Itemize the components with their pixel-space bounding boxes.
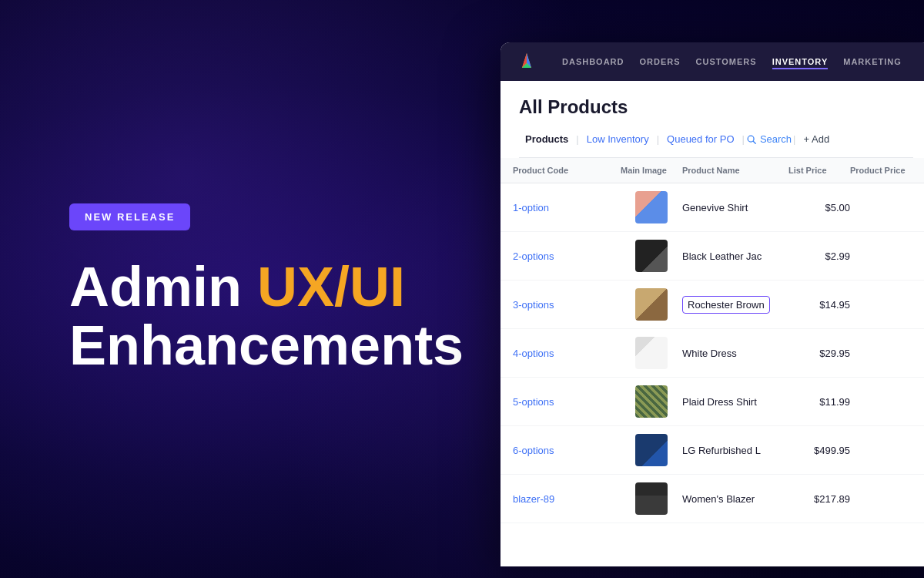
product-image xyxy=(635,288,668,321)
col-main-image: Main Image xyxy=(621,166,682,175)
product-image-cell xyxy=(621,482,682,515)
left-panel: NEW RELEASE Admin UX/UI Enhancements xyxy=(38,0,485,578)
product-image xyxy=(635,482,668,515)
col-list-price: List Price xyxy=(788,166,850,175)
product-code-link[interactable]: 5-options xyxy=(513,396,621,408)
nav-marketing[interactable]: MARKETING xyxy=(843,54,902,69)
product-code-link[interactable]: 3-options xyxy=(513,299,621,311)
product-name: Genevive Shirt xyxy=(682,202,748,213)
nav-inventory[interactable]: INVENTORY xyxy=(772,54,829,69)
col-product-code: Product Code xyxy=(513,166,621,175)
table-row: 3-options Rochester Brown $14.95 xyxy=(500,281,924,329)
filter-low-inventory[interactable]: Low Inventory xyxy=(581,130,655,148)
product-code-link[interactable]: 4-options xyxy=(513,348,621,359)
products-table: Product Code Main Image Product Name Lis… xyxy=(500,158,924,523)
logo-icon xyxy=(516,51,537,72)
headline-line2: Enhancements xyxy=(69,314,464,376)
table-row: blazer-89 Women's Blazer $217.89 xyxy=(500,475,924,523)
product-name-cell: Plaid Dress Shirt xyxy=(682,395,788,408)
list-price: $2.99 xyxy=(788,250,850,262)
nav-bar: DASHBOARD ORDERS CUSTOMERS INVENTORY MAR… xyxy=(500,42,924,81)
nav-items: DASHBOARD ORDERS CUSTOMERS INVENTORY MAR… xyxy=(562,54,916,69)
search-button[interactable]: Search xyxy=(746,133,792,145)
product-image-cell xyxy=(621,191,682,223)
product-name: White Dress xyxy=(682,348,737,359)
product-name: Women's Blazer xyxy=(682,493,755,505)
product-image xyxy=(635,337,668,369)
product-name-cell: Rochester Brown xyxy=(682,296,788,314)
product-image-cell xyxy=(621,385,682,418)
product-code-link[interactable]: 1-option xyxy=(513,202,621,213)
filter-queued-for-po[interactable]: Queued for PO xyxy=(661,130,740,148)
product-name-cell: Genevive Shirt xyxy=(682,200,788,214)
nav-orders[interactable]: ORDERS xyxy=(640,54,681,69)
product-image-cell xyxy=(621,288,682,321)
product-image xyxy=(635,434,668,466)
nav-customers[interactable]: CUSTOMERS xyxy=(696,54,757,69)
col-product-price: Product Price xyxy=(850,166,919,175)
page-content: All Products Products | Low Inventory | … xyxy=(500,81,924,158)
svg-line-6 xyxy=(753,141,755,143)
product-code-link[interactable]: 2-options xyxy=(513,250,621,262)
admin-panel: DASHBOARD ORDERS CUSTOMERS INVENTORY MAR… xyxy=(500,42,924,566)
product-code-link[interactable]: 6-options xyxy=(513,445,621,456)
table-row: 6-options LG Refurbished L $499.95 xyxy=(500,426,924,475)
product-image xyxy=(635,240,668,272)
list-price: $499.95 xyxy=(788,445,850,456)
product-image-cell xyxy=(621,434,682,466)
product-name: Black Leather Jac xyxy=(682,250,762,262)
headline-white-start: Admin xyxy=(69,256,257,318)
product-image xyxy=(635,191,668,223)
table-row: 4-options White Dress $29.95 xyxy=(500,329,924,378)
product-name-editing[interactable]: Rochester Brown xyxy=(682,296,770,314)
new-release-badge: NEW RELEASE xyxy=(69,203,190,230)
add-button[interactable]: + Add xyxy=(804,133,830,145)
headline-highlight: UX/UI xyxy=(257,256,405,318)
table-body: 1-option Genevive Shirt $5.00 2-options … xyxy=(500,183,924,523)
product-name-cell: Women's Blazer xyxy=(682,492,788,506)
filter-bar: Products | Low Inventory | Queued for PO… xyxy=(519,130,913,158)
list-price: $11.99 xyxy=(788,396,850,408)
product-name-cell: Black Leather Jac xyxy=(682,249,788,263)
product-image-cell xyxy=(621,337,682,369)
product-name-cell: LG Refurbished L xyxy=(682,443,788,457)
product-image-cell xyxy=(621,240,682,272)
list-price: $14.95 xyxy=(788,299,850,311)
col-product-name: Product Name xyxy=(682,166,788,175)
table-row: 5-options Plaid Dress Shirt $11.99 xyxy=(500,378,924,426)
list-price: $29.95 xyxy=(788,348,850,359)
product-name: Plaid Dress Shirt xyxy=(682,396,757,408)
page-title: All Products xyxy=(519,96,913,118)
filter-products[interactable]: Products xyxy=(519,130,574,148)
list-price: $5.00 xyxy=(788,202,850,213)
search-label: Search xyxy=(760,133,792,145)
table-header: Product Code Main Image Product Name Lis… xyxy=(500,158,924,183)
nav-dashboard[interactable]: DASHBOARD xyxy=(562,54,624,69)
table-row: 2-options Black Leather Jac $2.99 xyxy=(500,232,924,281)
product-name: LG Refurbished L xyxy=(682,445,761,456)
headline: Admin UX/UI Enhancements xyxy=(69,258,454,375)
product-image xyxy=(635,385,668,418)
search-icon xyxy=(746,134,757,145)
product-name-cell: White Dress xyxy=(682,346,788,360)
list-price: $217.89 xyxy=(788,493,850,505)
table-row: 1-option Genevive Shirt $5.00 xyxy=(500,183,924,232)
product-code-link[interactable]: blazer-89 xyxy=(513,493,621,505)
